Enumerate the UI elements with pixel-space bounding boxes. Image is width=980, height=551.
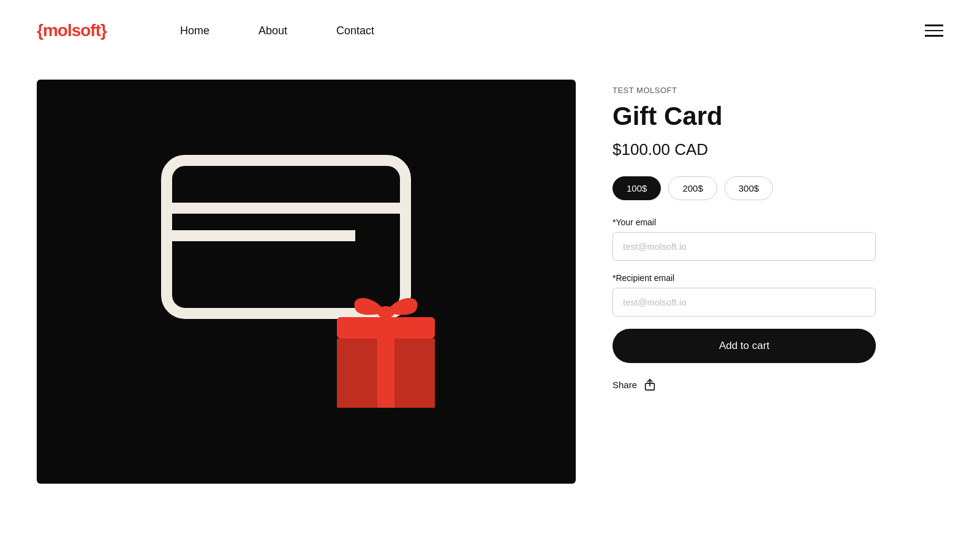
product-details: TEST MOLSOFT Gift Card $100.00 CAD 100$ … [612,80,943,533]
hamburger-line-3 [925,35,943,37]
main-content: TEST MOLSOFT Gift Card $100.00 CAD 100$ … [0,61,980,551]
amount-100[interactable]: 100$ [612,176,661,200]
hamburger-line-1 [925,24,943,26]
product-brand: TEST MOLSOFT [612,86,943,95]
share-section: Share [612,378,943,391]
logo[interactable]: {molsoft} [37,21,107,40]
nav: Home About Contact [180,24,374,37]
svg-rect-7 [337,339,377,408]
header: {molsoft} Home About Contact [0,0,980,61]
share-icon[interactable] [643,378,657,391]
recipient-email-input[interactable] [612,288,876,317]
share-label: Share [612,380,637,390]
amount-200[interactable]: 200$ [668,176,717,200]
recipient-email-label: *Recipient email [612,273,943,283]
hamburger-line-2 [925,30,943,32]
gift-card-illustration [159,153,453,410]
product-price: $100.00 CAD [612,140,943,159]
nav-contact[interactable]: Contact [336,24,374,37]
add-to-cart-button[interactable]: Add to cart [612,329,876,363]
nav-home[interactable]: Home [180,24,209,37]
your-email-input[interactable] [612,232,876,261]
your-email-label: *Your email [612,217,943,227]
gift-icon [318,276,453,410]
nav-about[interactable]: About [258,24,287,37]
amount-selector: 100$ 200$ 300$ [612,176,943,200]
product-title: Gift Card [612,102,943,130]
amount-300[interactable]: 300$ [725,176,773,200]
hamburger-menu[interactable] [925,24,943,37]
svg-point-3 [377,306,394,318]
product-image [37,80,576,484]
svg-rect-8 [394,339,435,408]
